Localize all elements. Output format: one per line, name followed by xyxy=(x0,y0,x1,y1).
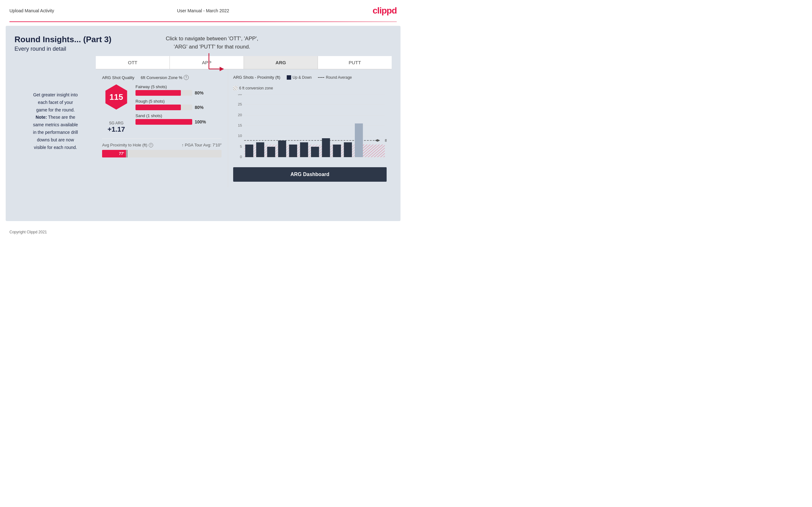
bar-2 xyxy=(256,142,264,157)
copyright: Copyright Clippd 2021 xyxy=(9,230,47,234)
bar-8 xyxy=(322,138,330,157)
rough-bar xyxy=(136,105,181,110)
shot-row-rough: Rough (5 shots) 80% xyxy=(136,99,221,110)
logo: clippd xyxy=(373,6,397,16)
header-divider xyxy=(9,21,397,22)
bar-1 xyxy=(245,145,253,157)
svg-text:10: 10 xyxy=(238,134,242,137)
nav-hint: Click to navigate between 'OTT', 'APP', … xyxy=(166,35,258,81)
nav-arrow xyxy=(206,53,231,78)
chart-area: 0 5 10 15 20 25 30 xyxy=(233,94,387,163)
note-label: Note: xyxy=(36,115,47,120)
proximity-label: Avg Proximity to Hole (ft) ? xyxy=(102,143,153,148)
sand-bar xyxy=(136,119,192,125)
svg-text:15: 15 xyxy=(238,124,242,127)
upload-label: Upload Manual Activity xyxy=(9,8,54,13)
hex-score: 115 xyxy=(104,84,129,110)
bar-6 xyxy=(300,142,308,157)
svg-text:30: 30 xyxy=(238,94,242,96)
bar-9 xyxy=(333,145,341,157)
legend-square-icon xyxy=(287,75,291,80)
bar-5 xyxy=(289,145,297,157)
right-panel: ARG Shots - Proximity (ft) Up & Down Rou… xyxy=(228,69,392,187)
legend-conversion: 6 ft conversion zone xyxy=(233,86,273,91)
bar-3 xyxy=(267,147,275,157)
legend-dashed-icon xyxy=(318,77,324,78)
svg-text:20: 20 xyxy=(238,113,242,117)
proximity-section: Avg Proximity to Hole (ft) ? ↑ PGA Tour … xyxy=(102,138,221,158)
proximity-help-icon[interactable]: ? xyxy=(149,143,153,148)
arg-dashboard-button[interactable]: ARG Dashboard xyxy=(233,167,387,182)
sg-section: SG ARG +1.17 xyxy=(107,118,125,133)
shot-row-sand: Sand (1 shots) 100% xyxy=(136,113,221,125)
card-body: ARG Shot Quality 6ft Conversion Zone % ?… xyxy=(96,69,392,187)
proximity-fill: 77' xyxy=(102,150,126,158)
avg-diamond xyxy=(375,139,380,142)
bar-11 xyxy=(355,123,363,157)
svg-text:0: 0 xyxy=(240,155,242,159)
proximity-cursor xyxy=(127,150,127,158)
chart-svg: 0 5 10 15 20 25 30 xyxy=(233,94,387,163)
legend-avg: Round Average xyxy=(318,75,352,80)
svg-text:8: 8 xyxy=(385,138,387,143)
tab-putt[interactable]: PUTT xyxy=(318,56,392,69)
bar-10 xyxy=(344,142,352,157)
legend-updown: Up & Down xyxy=(287,75,312,80)
description-box: Get greater insight into each facet of y… xyxy=(21,91,90,151)
tab-ott[interactable]: OTT xyxy=(96,56,170,69)
svg-text:25: 25 xyxy=(238,103,242,106)
bar-7 xyxy=(311,147,319,157)
svg-text:5: 5 xyxy=(240,145,242,148)
proximity-bar: 77' xyxy=(102,150,221,158)
pga-avg-label: ↑ PGA Tour Avg: 7'10" xyxy=(182,143,221,148)
doc-label: User Manual - March 2022 xyxy=(177,8,230,13)
left-panel: ARG Shot Quality 6ft Conversion Zone % ?… xyxy=(96,69,228,187)
shot-quality-label: ARG Shot Quality xyxy=(102,75,135,80)
footer: Copyright Clippd 2021 xyxy=(0,225,406,239)
hex-container: 115 SG ARG +1.17 xyxy=(102,84,131,133)
shot-row-fairway: Fairway (5 shots) 80% xyxy=(136,84,221,96)
hex-and-shots: 115 SG ARG +1.17 Fairway (5 shots) xyxy=(102,84,221,133)
svg-marker-2 xyxy=(220,67,224,71)
hatch-overlay xyxy=(363,145,385,157)
legend-hatch-icon xyxy=(233,86,238,91)
fairway-bar xyxy=(136,90,181,96)
header: Upload Manual Activity User Manual - Mar… xyxy=(0,0,406,21)
shot-bars: Fairway (5 shots) 80% Rough (5 shots) xyxy=(136,84,221,133)
main-content: Round Insights... (Part 3) Every round i… xyxy=(6,26,401,221)
bar-4 xyxy=(278,140,287,157)
